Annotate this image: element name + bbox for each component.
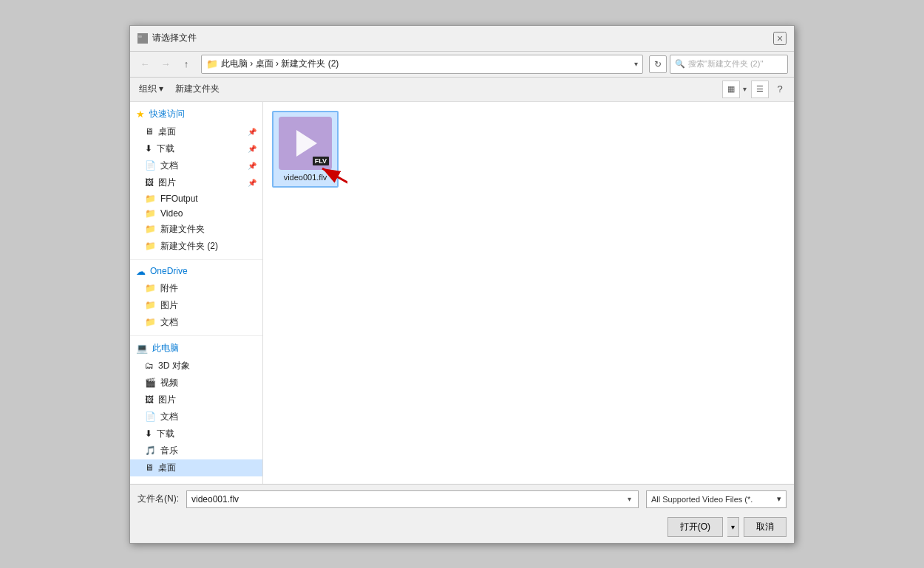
sidebar-item-pc-desktop[interactable]: 🖥 桌面 [130,459,262,476]
sidebar-item-documents[interactable]: 📄 文档 📌 [130,157,262,174]
sidebar-item-downloads[interactable]: ⬇ 下载 📌 [130,140,262,157]
view-list-button[interactable]: ☰ [751,81,769,98]
help-button[interactable]: ? [772,81,788,97]
video-label: Video [160,208,183,219]
pc-desktop-label: 桌面 [158,462,176,474]
view-grid-button[interactable]: ▦ [722,81,740,98]
flv-badge: FLV [313,157,329,165]
divider2 [130,335,262,336]
toolbar2-right: ▦ ▾ ☰ ? [722,81,788,98]
pc-downloads-label: 下载 [157,428,174,440]
pin-icon2: 📌 [248,145,257,153]
back-button[interactable]: ← [136,55,154,73]
filetype-value: All Supported Video Files (*. [651,495,753,504]
pc-docs-label: 文档 [160,411,178,423]
open-dropdown-button[interactable]: ▾ [727,517,739,537]
address-toolbar: ← → ↑ 📁 此电脑 › 桌面 › 新建文件夹 (2) ▾ ↻ 🔍 搜索"新建… [130,52,794,78]
address-dropdown-icon[interactable]: ▾ [634,60,638,68]
folder-icon-new: 📁 [145,224,156,234]
action-row: 打开(O) ▾ 取消 [130,514,794,543]
address-bar[interactable]: 📁 此电脑 › 桌面 › 新建文件夹 (2) ▾ [201,55,643,74]
sidebar-item-ffoutput[interactable]: 📁 FFOutput [130,191,262,206]
sidebar-item-newfolder[interactable]: 📁 新建文件夹 [130,221,262,238]
pc-pictures-label: 图片 [158,394,176,406]
cancel-button[interactable]: 取消 [744,517,787,537]
od-docs-label: 文档 [160,316,178,329]
file-dialog: 请选择文件 × ← → ↑ 📁 此电脑 › 桌面 › 新建文件夹 (2) ▾ ↻… [129,25,795,544]
dialog-icon [137,33,148,44]
sidebar-item-music[interactable]: 🎵 音乐 [130,442,262,459]
filetype-select[interactable]: All Supported Video Files (*. ▾ [646,490,787,508]
sidebar: ★ 快速访问 🖥 桌面 📌 ⬇ 下载 📌 📄 [130,102,263,484]
sidebar-item-attachments[interactable]: 📁 附件 [130,280,262,297]
sidebar-item-videos[interactable]: 🎬 视频 [130,374,262,391]
sidebar-item-od-docs[interactable]: 📁 文档 [130,314,262,331]
view-dropdown-icon[interactable]: ▾ [743,85,747,93]
pc-icon: 💻 [136,343,148,354]
download-icon: ⬇ [145,143,152,154]
file-grid: FLV video001.flv [269,108,342,191]
folder-icon-od-pic: 📁 [145,300,156,310]
filename-input[interactable] [191,494,625,504]
refresh-button[interactable]: ↻ [649,55,667,73]
bottom-bar: 文件名(N): ▾ All Supported Video Files (*. … [130,484,794,514]
file-item-video001[interactable]: FLV video001.flv [272,111,339,188]
pictures-label: 图片 [158,177,176,189]
secondary-toolbar: 组织 ▾ 新建文件夹 ▦ ▾ ☰ ? [130,78,794,102]
sidebar-item-newfolder2[interactable]: 📁 新建文件夹 (2) [130,238,262,255]
pc-dl-icon: ⬇ [145,428,152,439]
up-button[interactable]: ↑ [177,55,195,73]
pc-desktop-icon: 🖥 [145,462,154,473]
address-folder-icon: 📁 [206,58,218,69]
newfolder2-label: 新建文件夹 (2) [160,240,218,253]
desktop-label: 桌面 [158,126,176,138]
sidebar-item-3d[interactable]: 🗂 3D 对象 [130,357,262,374]
3d-icon: 🗂 [145,360,154,371]
close-button[interactable]: × [773,32,787,45]
quick-access-label: 快速访问 [149,108,185,120]
pc-section: 💻 此电脑 🗂 3D 对象 🎬 视频 🖼 图片 [130,339,262,476]
sidebar-item-pc-docs[interactable]: 📄 文档 [130,408,262,425]
pc-header[interactable]: 💻 此电脑 [130,339,262,357]
sidebar-item-video[interactable]: 📁 Video [130,206,262,221]
new-folder-button[interactable]: 新建文件夹 [172,81,222,97]
organize-button[interactable]: 组织 ▾ [136,81,166,97]
open-button[interactable]: 打开(O) [667,517,723,537]
dialog-title: 请选择文件 [152,32,197,44]
pc-label: 此电脑 [152,342,179,355]
content-area: FLV video001.flv 1 [263,102,347,484]
folder-icon-od-doc: 📁 [145,317,156,327]
videos-icon: 🎬 [145,377,156,388]
pc-pictures-icon: 🖼 [145,394,154,405]
star-icon: ★ [136,109,145,120]
play-icon [296,130,317,157]
documents-label: 文档 [160,160,178,172]
filetype-dropdown-icon: ▾ [777,494,781,504]
quick-access-header[interactable]: ★ 快速访问 [130,105,262,123]
sidebar-item-desktop[interactable]: 🖥 桌面 📌 [130,123,262,140]
svg-rect-1 [138,35,142,38]
onedrive-header[interactable]: ☁ OneDrive [130,263,262,280]
filename-input-wrapper[interactable]: ▾ [186,490,639,508]
downloads-label: 下载 [157,143,174,155]
sidebar-item-pc-pictures[interactable]: 🖼 图片 [130,391,262,408]
3d-label: 3D 对象 [158,360,190,372]
forward-button[interactable]: → [157,55,174,73]
sidebar-item-pc-downloads[interactable]: ⬇ 下载 [130,425,262,442]
music-label: 音乐 [160,445,178,457]
pin-icon4: 📌 [248,179,257,187]
cloud-icon: ☁ [136,266,146,277]
filename-dropdown-icon[interactable]: ▾ [625,495,633,503]
attachments-label: 附件 [160,282,178,295]
ffoutput-label: FFOutput [160,194,198,204]
onedrive-section: ☁ OneDrive 📁 附件 📁 图片 📁 文档 [130,263,262,331]
desktop-icon: 🖥 [145,126,154,137]
sidebar-item-od-pictures[interactable]: 📁 图片 [130,297,262,314]
sidebar-item-pictures[interactable]: 🖼 图片 📌 [130,174,262,191]
main-area: ★ 快速访问 🖥 桌面 📌 ⬇ 下载 📌 📄 [130,102,794,484]
title-bar-left: 请选择文件 [137,32,197,44]
quick-access-section: ★ 快速访问 🖥 桌面 📌 ⬇ 下载 📌 📄 [130,105,262,255]
pc-docs-icon: 📄 [145,411,156,422]
document-icon: 📄 [145,160,156,171]
search-bar[interactable]: 🔍 搜索"新建文件夹 (2)" [670,55,788,74]
